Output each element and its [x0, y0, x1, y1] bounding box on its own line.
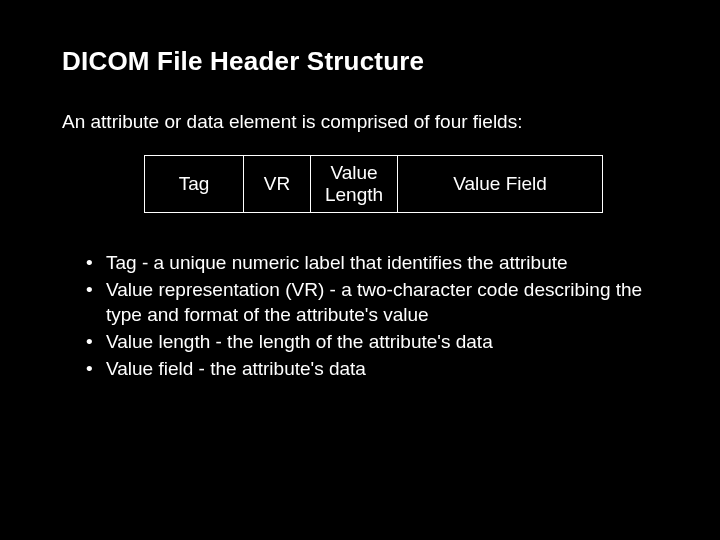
bullet-list: Tag - a unique numeric label that identi…: [62, 251, 658, 382]
intro-text: An attribute or data element is comprise…: [62, 111, 658, 133]
table-row: Tag VR Value Length Value Field: [145, 156, 603, 213]
list-item: Value length - the length of the attribu…: [86, 330, 658, 354]
cell-vr: VR: [244, 156, 311, 213]
slide: DICOM File Header Structure An attribute…: [0, 0, 720, 540]
cell-value-length: Value Length: [311, 156, 398, 213]
list-item: Tag - a unique numeric label that identi…: [86, 251, 658, 275]
list-item: Value field - the attribute's data: [86, 357, 658, 381]
cell-tag: Tag: [145, 156, 244, 213]
cell-value-field: Value Field: [398, 156, 603, 213]
page-title: DICOM File Header Structure: [62, 46, 658, 77]
fields-table: Tag VR Value Length Value Field: [144, 155, 603, 213]
list-item: Value representation (VR) - a two-charac…: [86, 278, 658, 327]
